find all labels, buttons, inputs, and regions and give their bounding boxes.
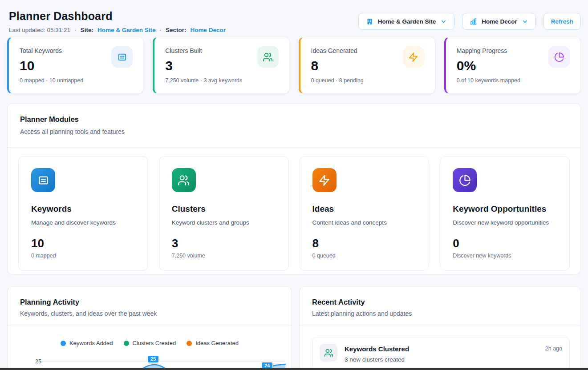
legend-label: Ideas Generated [195, 340, 239, 346]
modules-panel-subtitle: Access all planning tools and features [20, 128, 125, 135]
building-icon [366, 18, 373, 25]
page-title: Planner Dashboard [9, 10, 226, 23]
legend-dot-orange [187, 341, 192, 346]
module-sub: Discover new keywords [453, 253, 557, 259]
pie-chart-icon [453, 168, 477, 192]
header-controls: Home & Garden Site Home Decor Refresh [358, 13, 581, 30]
legend-item-keywords-added[interactable]: Keywords Added [61, 340, 113, 346]
module-value: 0 [453, 237, 557, 250]
document-lines-icon [111, 46, 133, 68]
module-title: Clusters [172, 204, 276, 214]
module-value: 3 [172, 237, 276, 250]
stat-card-ideas-generated: Ideas Generated 8 0 queued · 8 pending [299, 37, 435, 94]
y-axis-tick: 25 [35, 358, 41, 365]
activity-item-body: Keywords Clustered 3 new clusters create… [345, 344, 538, 369]
last-updated-text: Last updated: 05:31:21 [9, 27, 70, 33]
site-selector-label: Home & Garden Site [378, 18, 436, 25]
site-link[interactable]: Home & Garden Site [97, 27, 156, 33]
module-sub: 7,250 volume [172, 253, 276, 259]
module-card-keywords[interactable]: Keywords Manage and discover keywords 10… [18, 156, 148, 271]
activity-item-title: Keywords Clustered [345, 345, 538, 353]
stats-row: Total Keywords 10 0 mapped · 10 unmapped… [7, 37, 581, 93]
sector-selector-label: Home Decor [482, 18, 517, 25]
chevron-down-icon [440, 18, 447, 25]
chevron-down-icon [522, 18, 528, 25]
data-point-label: 25 [147, 355, 159, 363]
page-header: Planner Dashboard Last updated: 05:31:21… [9, 10, 226, 33]
legend-item-clusters-created[interactable]: Clusters Created [124, 340, 176, 346]
module-title: Ideas [312, 204, 417, 214]
activity-list-item: Keywords Clustered 3 new clusters create… [312, 337, 570, 370]
users-icon [320, 344, 337, 362]
module-card-clusters[interactable]: Clusters Keyword clusters and groups 3 7… [159, 156, 289, 271]
module-sub: 0 mapped [31, 253, 135, 259]
modules-grid: Keywords Manage and discover keywords 10… [18, 156, 570, 262]
meta-separator: · [159, 27, 162, 33]
stat-card-mapping-progress: Mapping Progress 0% 0 of 10 keywords map… [444, 37, 581, 94]
stat-sub: 0 mapped · 10 unmapped [20, 77, 133, 84]
legend-label: Keywords Added [69, 340, 113, 346]
module-card-keyword-opportunities[interactable]: Keyword Opportunities Discover new keywo… [440, 156, 570, 271]
users-icon [172, 168, 196, 192]
module-value: 8 [312, 237, 417, 250]
users-icon [257, 46, 279, 68]
lightning-icon [312, 168, 337, 192]
recent-panel-title: Recent Activity [312, 298, 365, 306]
document-lines-icon [31, 168, 55, 192]
module-value: 10 [31, 237, 135, 250]
activity-panel-subtitle: Keywords, clusters, and ideas over the p… [20, 310, 157, 317]
activity-panel-title: Planning Activity [20, 298, 79, 306]
module-sub: 0 queued [312, 253, 417, 259]
site-selector-dropdown[interactable]: Home & Garden Site [358, 13, 455, 30]
stat-card-clusters-built: Clusters Built 3 7,250 volume · 3 avg ke… [153, 37, 289, 94]
legend-dot-blue [61, 341, 66, 346]
activity-item-timestamp: 2h ago [545, 346, 562, 369]
activity-item-description: 3 new clusters created [345, 356, 538, 363]
recent-panel-subtitle: Latest planning actions and updates [312, 310, 412, 317]
module-title: Keywords [31, 204, 135, 214]
legend-dot-green [124, 341, 129, 346]
sector-selector-dropdown[interactable]: Home Decor [462, 13, 536, 30]
meta-separator: · [74, 27, 77, 33]
stat-sub: 0 queued · 8 pending [311, 77, 424, 84]
module-card-ideas[interactable]: Ideas Content ideas and concepts 8 0 que… [300, 156, 430, 271]
bar-chart-icon [470, 18, 477, 25]
refresh-button[interactable]: Refresh [543, 13, 581, 30]
planner-modules-panel: Planner Modules Access all planning tool… [7, 103, 581, 274]
module-description: Manage and discover keywords [31, 219, 135, 226]
module-description: Content ideas and concepts [312, 219, 417, 226]
divider [8, 147, 580, 148]
page-meta: Last updated: 05:31:21 · Site: Home & Ga… [9, 27, 226, 33]
chart-legend: Keywords Added Clusters Created Ideas Ge… [8, 340, 292, 346]
divider [8, 326, 292, 326]
legend-item-ideas-generated[interactable]: Ideas Generated [187, 340, 239, 346]
pie-chart-icon [548, 46, 570, 68]
lightning-icon [403, 46, 424, 68]
modules-panel-title: Planner Modules [20, 115, 79, 124]
sector-label: Sector: [166, 27, 187, 33]
sector-link[interactable]: Home Decor [190, 27, 226, 33]
legend-label: Clusters Created [133, 340, 176, 346]
site-label: Site: [81, 27, 93, 33]
divider [300, 326, 580, 326]
recent-activity-panel: Recent Activity Latest planning actions … [299, 286, 581, 370]
stat-card-total-keywords: Total Keywords 10 0 mapped · 10 unmapped [7, 37, 144, 94]
module-description: Keyword clusters and groups [172, 219, 276, 226]
stat-sub: 0 of 10 keywords mapped [457, 77, 570, 84]
module-title: Keyword Opportunities [453, 204, 557, 214]
planning-activity-panel: Planning Activity Keywords, clusters, an… [7, 286, 292, 370]
stat-sub: 7,250 volume · 3 avg keywords [165, 77, 278, 84]
module-description: Discover new keyword opportunities [453, 219, 557, 226]
planner-dashboard-page: Planner Dashboard Last updated: 05:31:21… [0, 0, 588, 370]
window-bottom-edge [0, 368, 588, 370]
